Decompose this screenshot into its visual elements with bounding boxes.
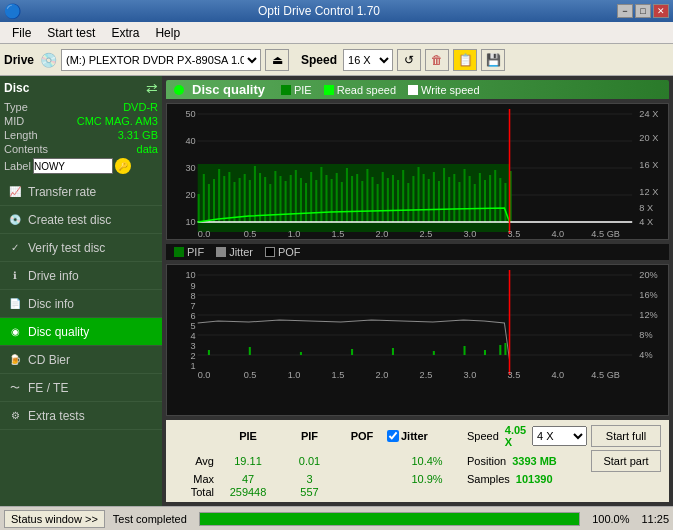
progress-text: 100.0% xyxy=(592,513,629,525)
start-part-button[interactable]: Start part xyxy=(591,450,661,472)
svg-text:3.0: 3.0 xyxy=(464,229,477,239)
svg-text:0.5: 0.5 xyxy=(244,229,257,239)
save-button[interactable]: 💾 xyxy=(481,49,505,71)
title-bar: 🔵 Opti Drive Control 1.70 − □ ✕ xyxy=(0,0,673,22)
label-input[interactable] xyxy=(33,158,113,174)
menu-bar: File Start test Extra Help xyxy=(0,22,673,44)
jitter-header: Jitter xyxy=(387,430,467,442)
sidebar-item-disc-info[interactable]: 📄 Disc info xyxy=(0,290,162,318)
svg-rect-55 xyxy=(418,167,420,222)
svg-rect-112 xyxy=(392,348,394,355)
jitter-checkbox[interactable] xyxy=(387,430,399,442)
eject-button[interactable]: ⏏ xyxy=(265,49,289,71)
sidebar-item-label: Disc info xyxy=(28,297,74,311)
menu-file[interactable]: File xyxy=(4,24,39,42)
svg-rect-116 xyxy=(499,345,501,355)
sidebar-item-verify-test-disc[interactable]: ✓ Verify test disc xyxy=(0,234,162,262)
svg-rect-50 xyxy=(392,175,394,222)
svg-rect-53 xyxy=(407,183,409,222)
svg-rect-24 xyxy=(259,173,261,222)
svg-rect-44 xyxy=(361,181,363,222)
close-button[interactable]: ✕ xyxy=(653,4,669,18)
svg-text:4.0: 4.0 xyxy=(551,370,564,380)
sidebar-item-transfer-rate[interactable]: 📈 Transfer rate xyxy=(0,178,162,206)
svg-rect-20 xyxy=(239,178,241,222)
svg-text:1.0: 1.0 xyxy=(288,370,301,380)
refresh-button[interactable]: ↺ xyxy=(397,49,421,71)
svg-text:4.0: 4.0 xyxy=(551,229,564,239)
max-pif: 3 xyxy=(282,473,337,485)
maximize-button[interactable]: □ xyxy=(635,4,651,18)
progress-container xyxy=(199,512,580,526)
sidebar-item-extra-tests[interactable]: ⚙ Extra tests xyxy=(0,402,162,430)
svg-rect-117 xyxy=(504,343,506,355)
svg-rect-62 xyxy=(453,174,455,222)
sidebar-item-disc-quality[interactable]: ◉ Disc quality xyxy=(0,318,162,346)
svg-text:1.5: 1.5 xyxy=(332,370,345,380)
stats-section: PIE PIF POF Jitter Speed 4.05 X 4 X8 X16… xyxy=(166,420,669,502)
verify-test-disc-icon: ✓ xyxy=(8,241,22,255)
svg-text:20: 20 xyxy=(185,190,195,200)
disc-toggle-arrows[interactable]: ⇄ xyxy=(146,80,158,96)
pie-header: PIE xyxy=(214,430,282,442)
svg-rect-64 xyxy=(464,169,466,222)
svg-rect-111 xyxy=(351,349,353,355)
legend-write-speed: Write speed xyxy=(408,84,480,96)
svg-text:0.0: 0.0 xyxy=(198,229,211,239)
menu-start-test[interactable]: Start test xyxy=(39,24,103,42)
svg-rect-13 xyxy=(203,174,205,222)
minimize-button[interactable]: − xyxy=(617,4,633,18)
progress-bar xyxy=(200,513,579,525)
erase-button[interactable]: 🗑 xyxy=(425,49,449,71)
svg-rect-46 xyxy=(371,177,373,222)
svg-rect-70 xyxy=(494,170,496,222)
sidebar-item-drive-info[interactable]: ℹ Drive info xyxy=(0,262,162,290)
sidebar-item-label: Extra tests xyxy=(28,409,85,423)
sidebar-item-create-test-disc[interactable]: 💿 Create test disc xyxy=(0,206,162,234)
sidebar-item-cd-bier[interactable]: 🍺 CD Bier xyxy=(0,346,162,374)
menu-help[interactable]: Help xyxy=(147,24,188,42)
svg-rect-115 xyxy=(484,350,486,355)
svg-rect-21 xyxy=(244,174,246,222)
svg-rect-92 xyxy=(167,265,668,380)
status-window-button[interactable]: Status window >> xyxy=(4,510,105,528)
app-title: Opti Drive Control 1.70 xyxy=(21,4,617,18)
svg-text:6: 6 xyxy=(191,311,196,321)
svg-rect-54 xyxy=(412,176,414,222)
svg-text:4: 4 xyxy=(191,331,196,341)
svg-text:0.5: 0.5 xyxy=(244,370,257,380)
svg-rect-14 xyxy=(208,184,210,222)
time-display: 11:25 xyxy=(641,513,669,525)
create-test-disc-icon: 💿 xyxy=(8,213,22,227)
start-full-button[interactable]: Start full xyxy=(591,425,661,447)
svg-rect-49 xyxy=(387,178,389,222)
svg-text:1.5: 1.5 xyxy=(332,229,345,239)
svg-rect-32 xyxy=(300,178,302,222)
status-text: Test completed xyxy=(113,513,187,525)
total-row: Total 259448 557 xyxy=(174,486,661,498)
sidebar-item-label: Verify test disc xyxy=(28,241,105,255)
legend-pof-box xyxy=(265,247,275,257)
copy-button[interactable]: 📋 xyxy=(453,49,477,71)
legend-write-speed-box xyxy=(408,85,418,95)
top-chart-container: 50 40 30 20 10 xyxy=(166,103,669,240)
svg-text:50: 50 xyxy=(185,109,195,119)
avg-row: Avg 19.11 0.01 10.4% Position 3393 MB St… xyxy=(174,450,661,472)
svg-text:0.0: 0.0 xyxy=(198,370,211,380)
speed-dropdown[interactable]: 4 X8 X16 X xyxy=(532,426,587,446)
mid-label: MID xyxy=(4,115,24,127)
svg-text:8 X: 8 X xyxy=(639,203,653,213)
svg-rect-59 xyxy=(438,181,440,222)
drive-select[interactable]: (M:) PLEXTOR DVDR PX-890SA 1.00 xyxy=(61,49,261,71)
extra-tests-icon: ⚙ xyxy=(8,409,22,423)
total-pif: 557 xyxy=(282,486,337,498)
speed-label: Speed xyxy=(301,53,337,67)
sidebar-item-fe-te[interactable]: 〜 FE / TE xyxy=(0,374,162,402)
speed-select[interactable]: 16 X xyxy=(343,49,393,71)
menu-extra[interactable]: Extra xyxy=(103,24,147,42)
label-icon[interactable]: 🔑 xyxy=(115,158,131,174)
svg-rect-69 xyxy=(489,175,491,222)
svg-text:1.0: 1.0 xyxy=(288,229,301,239)
label-label: Label xyxy=(4,160,31,172)
svg-text:16%: 16% xyxy=(639,290,657,300)
